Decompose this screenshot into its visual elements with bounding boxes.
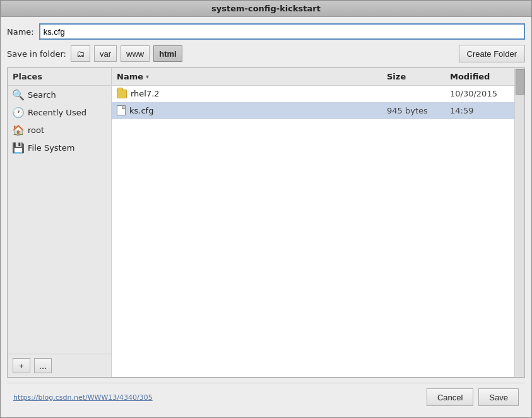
sidebar: Places 🔍 Search 🕐 Recently Used 🏠 root 💾… <box>8 68 112 377</box>
scrollbar[interactable] <box>514 68 524 377</box>
name-label: Name: <box>7 27 34 37</box>
bottom-link: https://blog.csdn.net/WWW13/4340/305 <box>13 393 153 402</box>
sidebar-header: Places <box>8 68 111 86</box>
folder-icon: 🗂 <box>76 49 85 59</box>
name-input[interactable] <box>39 23 525 40</box>
sidebar-item-recently-used-label: Recently Used <box>28 108 86 117</box>
breadcrumb-var[interactable]: var <box>94 45 117 62</box>
scrollbar-thumb[interactable] <box>516 69 524 95</box>
more-places-button[interactable]: … <box>34 358 52 373</box>
save-button[interactable]: Save <box>478 388 519 406</box>
file-list: rhel7.2 10/30/2015 ks.cfg 945 bytes 14:5… <box>112 86 514 377</box>
dialog-window: system-config-kickstart Name: Save in fo… <box>0 0 532 418</box>
file-header: Name ▾ Size Modified <box>112 68 514 86</box>
folder-row: Save in folder: 🗂 var www html Create Fo… <box>7 45 525 62</box>
window-title: system-config-kickstart <box>211 4 321 13</box>
breadcrumb-www[interactable]: www <box>121 45 150 62</box>
name-row: Name: <box>7 23 525 40</box>
bottom-bar: https://blog.csdn.net/WWW13/4340/305 Can… <box>7 383 525 411</box>
sidebar-item-file-system[interactable]: 💾 File System <box>8 139 111 156</box>
file-cell-size: 945 bytes <box>382 105 445 117</box>
recently-used-icon: 🕐 <box>13 107 24 118</box>
sidebar-item-root[interactable]: 🏠 root <box>8 121 111 139</box>
cancel-button[interactable]: Cancel <box>427 388 473 406</box>
folder-type-icon <box>117 90 127 98</box>
sort-arrow-icon: ▾ <box>146 73 149 80</box>
file-panel: Name ▾ Size Modified rhel7.2 10/30/2 <box>112 68 514 377</box>
sidebar-item-root-label: root <box>28 125 44 135</box>
file-name: ks.cfg <box>129 106 153 115</box>
save-in-folder-label: Save in folder: <box>7 49 67 59</box>
titlebar: system-config-kickstart <box>1 1 531 17</box>
breadcrumb-html[interactable]: html <box>153 45 182 62</box>
file-cell-name: ks.cfg <box>112 104 382 117</box>
file-name: rhel7.2 <box>131 89 160 98</box>
column-modified-header: Modified <box>445 71 514 83</box>
file-cell-modified: 10/30/2015 <box>445 88 514 100</box>
create-folder-button[interactable]: Create Folder <box>459 45 525 62</box>
root-icon: 🏠 <box>13 124 24 136</box>
file-cell-name: rhel7.2 <box>112 88 382 100</box>
search-icon: 🔍 <box>13 89 24 100</box>
file-system-icon: 💾 <box>13 142 24 153</box>
table-row[interactable]: ks.cfg 945 bytes 14:59 <box>112 102 514 119</box>
file-type-icon <box>117 105 126 115</box>
column-name-header[interactable]: Name ▾ <box>112 71 382 83</box>
column-size-header: Size <box>382 71 445 83</box>
file-cell-size <box>382 93 445 95</box>
table-row[interactable]: rhel7.2 10/30/2015 <box>112 86 514 102</box>
breadcrumb-root-icon[interactable]: 🗂 <box>71 45 90 62</box>
sidebar-item-recently-used[interactable]: 🕐 Recently Used <box>8 103 111 121</box>
sidebar-item-file-system-label: File System <box>28 143 74 153</box>
sidebar-footer: + … <box>8 354 111 377</box>
sidebar-item-search-label: Search <box>28 90 56 100</box>
main-panel: Places 🔍 Search 🕐 Recently Used 🏠 root 💾… <box>7 67 525 378</box>
content-area: Name: Save in folder: 🗂 var www html Cre… <box>1 17 531 417</box>
file-cell-modified: 14:59 <box>445 105 514 117</box>
sidebar-item-search[interactable]: 🔍 Search <box>8 86 111 103</box>
add-place-button[interactable]: + <box>13 358 30 373</box>
